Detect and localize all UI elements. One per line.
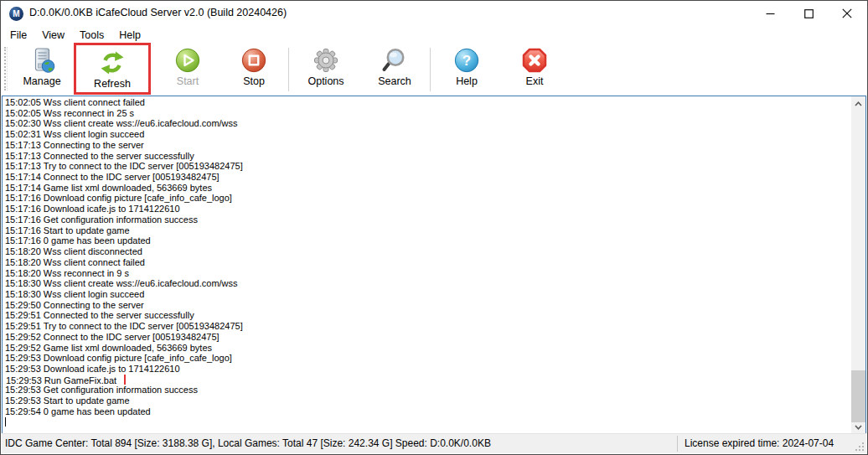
log-line: 15:18:20 Wss client connect failed [5, 257, 849, 268]
close-button[interactable] [828, 1, 866, 26]
scrollbar-thumb[interactable] [851, 370, 865, 422]
start-label: Start [177, 75, 199, 87]
log-line: 15:17:16 Download icafe.js to 1714122610 [5, 204, 849, 215]
log-line: 15:17:13 Connecting to the server [5, 140, 849, 151]
search-label: Search [378, 75, 411, 87]
toolbar-separator [288, 48, 289, 91]
refresh-label: Refresh [94, 78, 131, 90]
scroll-down-button[interactable] [851, 420, 865, 434]
log-line: 15:18:30 Wss client login succeed [5, 289, 849, 300]
chevron-down-icon [855, 425, 862, 430]
start-button[interactable]: Start [154, 46, 221, 93]
options-label: Options [307, 75, 344, 87]
statusbar-separator [677, 436, 678, 452]
search-button[interactable]: Search [361, 46, 428, 93]
stop-label: Stop [243, 75, 265, 87]
log-line: 15:29:54 0 game has been updated [5, 406, 849, 417]
log-line: 15:29:53 Start to update game [5, 396, 849, 406]
close-icon [842, 8, 852, 18]
server-globe-icon [28, 47, 55, 74]
log-line: 15:17:16 Get configuration information s… [5, 215, 849, 225]
log-line: 15:29:53 Download config picture [cafe_i… [5, 353, 849, 364]
resize-grip[interactable] [855, 442, 865, 452]
menu-help[interactable]: Help [111, 28, 148, 43]
manage-button[interactable]: Manage [10, 46, 74, 93]
app-logo-icon: M [9, 7, 23, 21]
menu-bar: File View Tools Help [2, 26, 866, 44]
log-line: 15:29:53 Get configuration information s… [5, 385, 849, 396]
text-cursor [5, 417, 6, 427]
log-line: 15:29:51 Try to connect to the IDC serve… [5, 321, 849, 332]
minimize-icon [766, 9, 775, 18]
menu-view[interactable]: View [34, 28, 72, 43]
play-icon [174, 47, 201, 74]
stop-button[interactable]: Stop [221, 46, 287, 93]
toolbar-gripper[interactable] [4, 47, 8, 90]
svg-text:?: ? [462, 53, 471, 69]
log-line: 15:29:52 Connect to the IDC server [0051… [5, 332, 849, 343]
log-lines: 15:02:05 Wss client connect failed 15:02… [5, 97, 849, 417]
window-title: D:0.0K/0.0KB iCafeCloud Server v2.0 (Bui… [29, 7, 287, 18]
gear-icon [313, 47, 339, 74]
menu-tools[interactable]: Tools [72, 28, 111, 43]
games-summary-status: IDC Game Center: Total 894 [Size: 3188.3… [5, 437, 491, 449]
exit-label: Exit [526, 75, 544, 87]
help-label: Help [456, 75, 478, 87]
log-line: 15:17:13 Connected to the server success… [5, 151, 849, 162]
license-expiry-status: License expired time: 2024-07-04 [685, 437, 834, 449]
help-button[interactable]: ? Help [432, 46, 501, 93]
log-line: 15:17:16 Download config picture [cafe_i… [5, 193, 849, 204]
toolbar-separator [430, 48, 431, 91]
log-line: 15:17:14 Connect to the IDC server [0051… [5, 172, 849, 183]
magnifier-icon [381, 47, 408, 74]
log-line: 15:02:31 Wss client login succeed [5, 129, 849, 140]
refresh-arrows-icon [99, 49, 126, 76]
log-line: 15:02:30 Wss client create wss://eu6.ica… [5, 118, 849, 129]
log-line: 15:29:53 Run GameFix.bat [5, 375, 849, 385]
app-window: M D:0.0K/0.0KB iCafeCloud Server v2.0 (B… [0, 0, 868, 455]
log-line: 15:18:30 Wss client create wss://eu6.ica… [5, 278, 849, 289]
exit-octagon-icon [521, 47, 548, 74]
window-controls [751, 1, 866, 26]
maximize-button[interactable] [789, 1, 828, 26]
maximize-icon [804, 9, 814, 18]
minimize-button[interactable] [751, 1, 789, 26]
chevron-up-icon [855, 101, 862, 106]
refresh-button[interactable]: Refresh [74, 43, 151, 95]
stop-icon [240, 47, 267, 74]
exit-button[interactable]: Exit [501, 46, 568, 93]
options-button[interactable]: Options [291, 46, 361, 93]
menu-file[interactable]: File [3, 28, 34, 43]
log-line: 15:29:52 Game list xml downloaded, 56366… [5, 343, 849, 354]
log-line: 15:18:20 Wss client disconnected [5, 246, 849, 257]
log-line: 15:29:50 Connecting to the server [5, 300, 849, 311]
log-output[interactable]: 15:02:05 Wss client connect failed 15:02… [2, 96, 866, 435]
log-line: 15:29:53 Download icafe.js to 1714122610 [5, 364, 849, 375]
log-line: 15:02:05 Wss reconnect in 25 s [5, 108, 849, 119]
log-line: 15:17:14 Game list xml downloaded, 56366… [5, 183, 849, 194]
log-line: 15:02:05 Wss client connect failed [5, 97, 849, 108]
manage-label: Manage [23, 75, 60, 87]
status-bar: IDC Game Center: Total 894 [Size: 3188.3… [2, 433, 866, 453]
title-bar: M D:0.0K/0.0KB iCafeCloud Server v2.0 (B… [2, 1, 866, 26]
log-line: 15:29:51 Connected to the server success… [5, 310, 849, 321]
vertical-scrollbar[interactable] [851, 96, 865, 434]
question-icon: ? [453, 47, 480, 74]
log-line: 15:18:20 Wss reconnect in 9 s [5, 268, 849, 279]
toolbar: Manage Refresh Start [2, 44, 866, 96]
log-line: 15:17:16 0 game has been updated [5, 235, 849, 246]
log-line: 15:17:16 Start to update game [5, 225, 849, 236]
log-line: 15:17:13 Try to connect to the IDC serve… [5, 161, 849, 172]
scroll-up-button[interactable] [851, 96, 865, 111]
